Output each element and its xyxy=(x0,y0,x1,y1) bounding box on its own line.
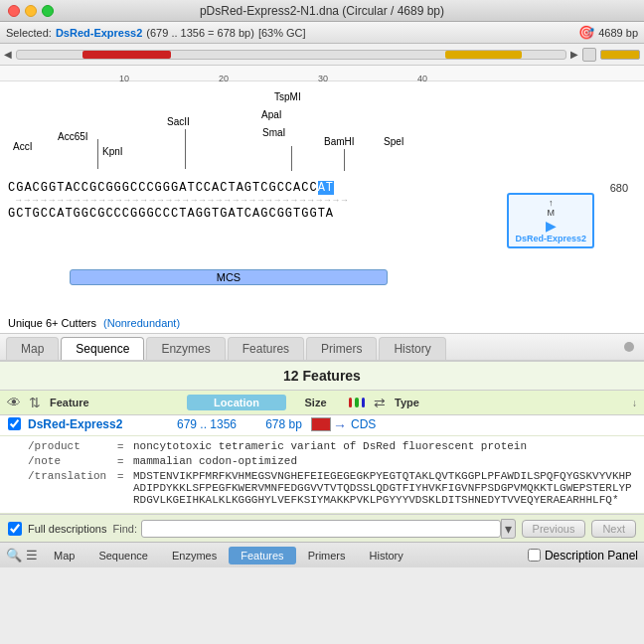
selected-feature-name: DsRed-Express2 xyxy=(56,27,142,39)
mini-map-yellow xyxy=(600,50,640,60)
feature-direction-arrow: → xyxy=(333,417,347,433)
close-button[interactable] xyxy=(8,5,20,17)
description-panel-label: Description Panel xyxy=(545,549,638,563)
selected-range: (679 .. 1356 = 678 bp) xyxy=(146,27,254,39)
next-button[interactable]: Next xyxy=(591,520,636,538)
feature-checkbox[interactable] xyxy=(8,417,28,433)
tab-features[interactable]: Features xyxy=(228,337,304,360)
full-descriptions-checkbox[interactable] xyxy=(8,522,22,536)
selected-label: Selected: xyxy=(6,27,52,39)
sort-icon-btn[interactable]: ↓ xyxy=(629,397,640,409)
bottom-tab-primers[interactable]: Primers xyxy=(296,547,358,564)
feature-name[interactable]: DsRed-Express2 xyxy=(28,417,157,431)
scroll-box[interactable] xyxy=(582,48,596,62)
bottom-tab-map[interactable]: Map xyxy=(42,547,86,564)
enzyme-BamHI: BamHI xyxy=(324,136,355,147)
nonredundant-link[interactable]: (Nonredundant) xyxy=(103,317,180,329)
features-title: 12 Features xyxy=(0,362,644,390)
tab-map[interactable]: Map xyxy=(6,337,59,360)
detail-product-eq: = xyxy=(117,440,133,452)
col-location-header[interactable]: Location xyxy=(187,395,286,410)
dsred-annotation: ↑M ▶ DsRed-Express2 xyxy=(507,193,594,248)
enzyme-AccI: AccI xyxy=(13,141,32,152)
position-label: 680 xyxy=(610,182,628,194)
description-panel-toggle[interactable]: Description Panel xyxy=(528,549,638,563)
find-input[interactable] xyxy=(141,520,501,538)
bp-count: 4689 bp xyxy=(598,27,638,39)
description-panel-checkbox[interactable] xyxy=(528,549,541,562)
mcs-region: MCS xyxy=(70,269,388,285)
line-SacII xyxy=(185,129,186,169)
traffic-lights xyxy=(8,5,54,17)
titlebar: pDsRed-Express2-N1.dna (Circular / 4689 … xyxy=(0,0,644,22)
find-input-wrap: Find: ▾ xyxy=(112,519,515,539)
line-BamHI xyxy=(344,149,345,171)
bottom-tab-features[interactable]: Features xyxy=(229,547,295,564)
enzyme-SacII: SacII xyxy=(167,116,190,127)
feature-row-dsred: DsRed-Express2 679 .. 1356 678 bp → CDS xyxy=(0,415,644,436)
col-size-header: Size xyxy=(288,395,343,410)
bottom-search-icon[interactable]: 🔍 xyxy=(6,548,22,563)
bottom-tab-sequence[interactable]: Sequence xyxy=(86,547,160,564)
detail-translation-eq: = xyxy=(117,470,133,506)
detail-product-val: noncytotoxic tetrameric variant of DsRed… xyxy=(133,440,527,452)
gc-content: [63% GC] xyxy=(258,27,306,39)
map-scrollbar[interactable]: ◀ ▶ xyxy=(0,44,644,66)
detail-note-val: mammalian codon-optimized xyxy=(133,455,297,467)
direction-arrows: →→→→→→→→→→→→→→→→→→→→→→→→→→→→→→→→→→→→→→→→ xyxy=(16,196,350,206)
scroll-right-arrow[interactable]: ▶ xyxy=(570,49,578,60)
line-KpnI xyxy=(97,139,98,169)
scroll-yellow-region xyxy=(445,51,522,59)
dsred-name: DsRed-Express2 xyxy=(515,234,586,243)
enzyme-Acc65I: Acc65I xyxy=(58,131,88,142)
detail-product-row: /product = noncytotoxic tetrameric varia… xyxy=(28,440,636,452)
scroll-left-arrow[interactable]: ◀ xyxy=(4,49,12,60)
toolbar-right: 🎯 4689 bp xyxy=(578,25,638,40)
col-feature-header: Feature xyxy=(46,395,185,410)
scroll-red-region xyxy=(82,51,170,59)
line-ApaI-SmaI xyxy=(291,146,292,171)
bottom-list-icon[interactable]: ☰ xyxy=(26,548,38,563)
scroll-track[interactable] xyxy=(16,50,566,60)
col-type-header: Type xyxy=(391,395,627,410)
enzyme-SmaI: SmaI xyxy=(262,127,285,138)
detail-translation-row: /translation = MDSTENVIKPFMRFKVHMEGSVNGH… xyxy=(28,470,636,506)
enzyme-labels-area: AccI Acc65I KpnI SacII TspMI ApaI SmaI B… xyxy=(8,81,644,181)
m-label: ↑M xyxy=(515,198,586,218)
detail-note-eq: = xyxy=(117,455,133,467)
feature-location[interactable]: 679 .. 1356 xyxy=(157,417,256,431)
tab-sequence[interactable]: Sequence xyxy=(61,337,144,360)
tab-history[interactable]: History xyxy=(379,337,445,360)
seq-bottom-text: GCTGCCATGGCGCCCGGGCCCTAGGTGATCAGCGGTGGTA xyxy=(8,207,334,221)
bottom-tab-history[interactable]: History xyxy=(358,547,415,564)
enzyme-KpnI: KpnI xyxy=(102,146,123,157)
tab-enzymes[interactable]: Enzymes xyxy=(146,337,225,360)
sequence-tab-bar: Map Sequence Enzymes Features Primers Hi… xyxy=(0,334,644,362)
tab-primers[interactable]: Primers xyxy=(306,337,377,360)
feature-visible-checkbox[interactable] xyxy=(8,417,21,430)
toolbar-selection-info: Selected: DsRed-Express2 (679 .. 1356 = … xyxy=(6,27,306,39)
enzyme-TspMI: TspMI xyxy=(274,91,301,102)
feature-size: 678 bp xyxy=(256,417,311,431)
features-header: 👁 ⇅ Feature Location Size ⇄ Type ↓ xyxy=(0,390,644,415)
minimize-button[interactable] xyxy=(25,5,37,17)
maximize-button[interactable] xyxy=(42,5,54,17)
swap-icon-btn[interactable]: ⇄ xyxy=(371,394,389,411)
find-bar: Full descriptions Find: ▾ Previous Next xyxy=(0,514,644,542)
previous-button[interactable]: Previous xyxy=(522,520,586,538)
enzyme-ApaI: ApaI xyxy=(261,109,282,120)
full-descriptions-label: Full descriptions xyxy=(28,523,106,535)
detail-product-key: /product xyxy=(28,440,117,452)
detail-note-key: /note xyxy=(28,455,117,467)
col-color-header xyxy=(345,396,369,409)
bottom-tab-enzymes[interactable]: Enzymes xyxy=(160,547,229,564)
filter-icon-btn[interactable]: ⇅ xyxy=(26,394,44,411)
detail-translation-val: MDSTENVIKPFMRFKVHMEGSVNGHEFEIEGEGEGKPYEG… xyxy=(133,470,636,506)
eye-icon-btn[interactable]: 👁 xyxy=(4,394,24,411)
mcs-label: MCS xyxy=(70,269,388,285)
find-dropdown-arrow[interactable]: ▾ xyxy=(501,519,516,539)
enzyme-SpeI: SpeI xyxy=(384,136,404,147)
features-panel: 12 Features 👁 ⇅ Feature Location Size ⇄ … xyxy=(0,362,644,514)
bottom-tab-bar: 🔍 ☰ Map Sequence Enzymes Features Primer… xyxy=(0,542,644,567)
seq-top-text: CGACGGTACCGCGGGCCCGGGATCCACTAGTCGCCACCAT xyxy=(8,181,334,195)
